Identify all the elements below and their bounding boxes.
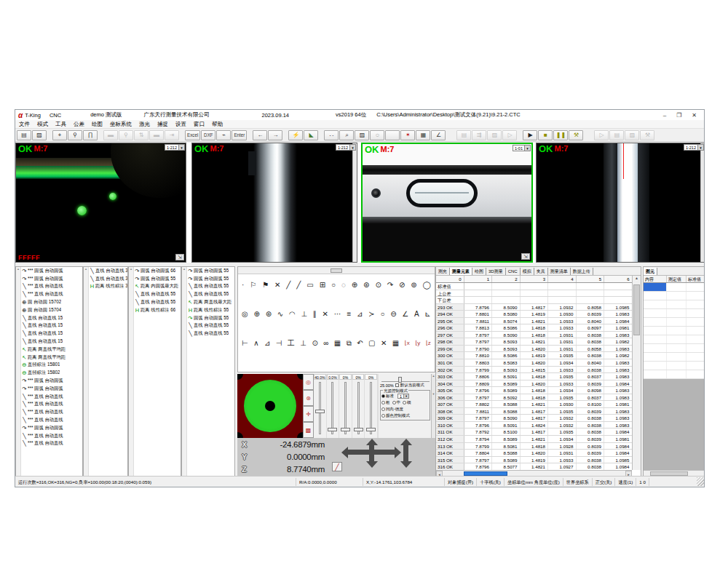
excel-button[interactable]: Excel <box>185 130 200 140</box>
step-right-button[interactable]: ⇥ <box>165 130 179 140</box>
scrollbar[interactable]: ▲ <box>182 267 187 477</box>
palette-tool-icon[interactable]: ⊚ <box>411 282 416 289</box>
chart-button[interactable]: ∠ <box>431 130 446 140</box>
lasso-button[interactable]: ◌ <box>370 130 384 140</box>
resize-grip-icon[interactable]: ⇲ <box>175 254 184 260</box>
palette-tool-icon[interactable]: ⌊y <box>415 340 420 347</box>
element-list-item[interactable]: ╲*** 直线 自动直线 <box>21 440 82 448</box>
tab-element[interactable]: 图元 <box>644 268 657 275</box>
palette-handle[interactable] <box>331 268 342 273</box>
block-button[interactable]: ▬ <box>103 130 118 140</box>
menu-item-10[interactable]: 窗口 <box>190 121 208 128</box>
palette-tool-icon[interactable]: ✕ <box>381 340 387 347</box>
maximize-button[interactable]: ❐ <box>676 112 681 119</box>
table-row[interactable]: 304 OK7.88098.50891.48201.09330.80391.09… <box>436 380 632 388</box>
camera-panel-4[interactable]: OKM:7 1-212▾ <box>536 143 705 263</box>
table-row[interactable]: 303 OK7.88068.50911.48181.09350.80371.09… <box>436 373 632 380</box>
element-list-item[interactable]: ╲直线 自动直线 55 <box>134 298 181 306</box>
jog-diagonal-button[interactable]: ╱ <box>332 462 342 471</box>
detail-row[interactable] <box>644 309 705 318</box>
play-to-end-button[interactable]: ▶ <box>523 130 537 140</box>
table-row[interactable]: 293 OK7.87968.50901.48171.09320.80581.09… <box>436 304 632 311</box>
detail-row[interactable] <box>644 318 705 327</box>
palette-tool-icon[interactable]: ⊛ <box>266 311 272 318</box>
slider-thumb[interactable] <box>328 428 337 431</box>
element-list-item[interactable]: ↷圆弧 自动圆弧 55 <box>187 267 234 275</box>
element-list-item[interactable]: ⊖直径标注 15801 <box>21 362 82 370</box>
menu-item-2[interactable]: 模式 <box>33 121 52 128</box>
play-gray-button[interactable]: ▷ <box>502 130 517 140</box>
detail-row[interactable] <box>644 292 705 300</box>
tab-9[interactable]: 数据上传 <box>571 268 593 275</box>
play-2-button[interactable]: ▷ <box>594 130 609 140</box>
minimize-button[interactable]: – <box>663 112 666 119</box>
tab-5[interactable]: CNC <box>506 268 521 275</box>
element-list-item[interactable]: ↷圆弧 自动圆弧 66 <box>134 267 181 275</box>
palette-tool-icon[interactable]: ⊢ <box>242 340 248 347</box>
element-list-item[interactable]: ╲直线 自动直线 15 <box>21 330 82 338</box>
palette-tool-icon[interactable]: ╱ <box>296 282 301 289</box>
menu-item-5[interactable]: 绘图 <box>88 121 106 128</box>
table-row[interactable]: 311 OK7.87928.51001.48171.09350.80381.09… <box>436 428 632 436</box>
element-list-item[interactable]: H距离 线性标注 34 <box>89 283 127 291</box>
element-list-item[interactable]: ╲*** 直线 自动直线 <box>21 416 82 424</box>
element-list-item[interactable]: ↷圆弧 自动圆弧 55 <box>134 275 181 283</box>
table-row[interactable]: 297 OK7.87978.50901.48181.09310.80381.09… <box>436 332 632 339</box>
palette-tool-icon[interactable]: ⊘ <box>399 282 405 289</box>
scrollbar[interactable]: ▲ <box>129 267 134 477</box>
menu-item-7[interactable]: 激光 <box>135 121 154 128</box>
element-list-item[interactable]: H距离 线性标注 66 <box>134 306 181 314</box>
palette-tool-icon[interactable]: ⧉ <box>347 340 352 347</box>
tab-7[interactable]: 夹具 <box>534 268 548 275</box>
export-2-button[interactable]: ⇶ <box>472 130 486 140</box>
camera-panel-1[interactable]: FFFFF OKM:7 1-212▾ ⇲ <box>15 143 186 263</box>
element-list-item[interactable]: ╲*** 直线 自动直线 <box>21 290 82 298</box>
master-light-slider[interactable] <box>381 375 430 382</box>
radio-medium[interactable]: 中 <box>392 400 401 405</box>
slider-thumb[interactable] <box>315 410 325 413</box>
save-button[interactable]: ▤ <box>17 130 31 140</box>
radio-coarse[interactable]: 粗 <box>381 400 390 405</box>
table-row[interactable]: 300 OK7.88108.50861.48191.09350.80381.09… <box>436 352 632 359</box>
table-row[interactable]: 307 OK7.88028.50881.48211.09300.81001.09… <box>436 401 632 408</box>
open-2-button[interactable]: ▨ <box>487 130 502 140</box>
light-slider-5[interactable]: 0% <box>365 374 378 438</box>
detail-row[interactable] <box>644 370 705 379</box>
element-list-item[interactable]: ↖距离 两直线最大距 <box>187 298 234 306</box>
table-row[interactable]: 309 OK7.87978.50901.48171.09320.80381.09… <box>436 415 632 422</box>
menu-item-4[interactable]: 公差 <box>70 121 88 128</box>
element-list-item[interactable]: ╲直线 自动直线 55 <box>187 322 234 330</box>
table-row[interactable]: 上公差 <box>436 290 632 298</box>
element-list-item[interactable]: ╲直线 自动直线 15 <box>21 314 82 322</box>
save-2-button[interactable]: ▤ <box>456 130 471 140</box>
table-row[interactable]: 301 OK7.88038.50831.48201.09340.80401.09… <box>436 359 632 367</box>
detail-row[interactable] <box>644 353 705 362</box>
scrollbar[interactable]: ▲ <box>16 267 21 477</box>
palette-tool-icon[interactable]: ✕ <box>274 282 280 289</box>
open-button[interactable]: ▨ <box>32 130 47 140</box>
light-bulb-button[interactable]: ⚡ <box>288 130 303 140</box>
probe-vertical-button[interactable]: ∏ <box>83 130 98 140</box>
table-row[interactable]: 315 OK7.87978.50891.48191.09330.80381.09… <box>436 457 632 464</box>
menu-item-1[interactable]: 文件 <box>15 121 33 128</box>
camera-channel-select[interactable]: 1-212▾ <box>165 144 185 151</box>
palette-tool-icon[interactable]: ⊾ <box>424 311 430 318</box>
pause-button[interactable]: ❚❚ <box>553 130 568 140</box>
open-3-button[interactable]: ▨ <box>625 130 639 140</box>
element-list-item[interactable]: ↷圆弧 自动圆弧 55 <box>187 275 234 283</box>
element-list-item[interactable]: ⊕圆 自动圆 15702 <box>21 298 82 306</box>
palette-tool-icon[interactable]: ⌊z <box>426 340 431 347</box>
mode-select[interactable]: 1▾ <box>397 394 409 399</box>
element-list-item[interactable]: ╲*** 直线 自动直线 <box>21 432 82 440</box>
default-mode-checkbox[interactable] <box>395 383 399 387</box>
menu-item-11[interactable]: 帮助 <box>208 121 226 128</box>
save-3-button[interactable]: ▤ <box>609 130 624 140</box>
palette-tool-icon[interactable]: ⊛ <box>363 282 369 289</box>
close-button[interactable]: ✕ <box>692 112 697 119</box>
palette-tool-icon[interactable]: ∞ <box>323 340 328 347</box>
table-row[interactable]: 305 OK7.87968.50891.48181.09340.80981.09… <box>436 387 632 394</box>
jog-vertical-arrows[interactable] <box>369 445 374 461</box>
palette-tool-icon[interactable]: ∧ <box>253 340 258 347</box>
tab-1[interactable]: 测光 <box>436 268 450 275</box>
scrollbar[interactable]: ▲ <box>84 267 89 477</box>
